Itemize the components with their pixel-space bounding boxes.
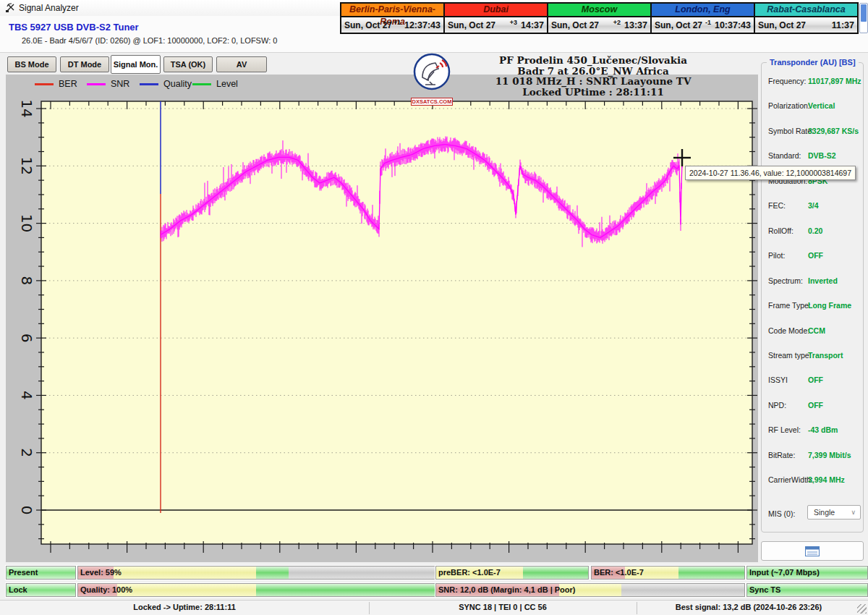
bar-segment-green	[256, 567, 288, 579]
transponder-row-value: Long Frame	[808, 301, 851, 310]
transponder-row-label: Spectrum:	[768, 276, 803, 285]
resize-grip[interactable]	[857, 604, 867, 614]
svg-text:4: 4	[18, 391, 35, 400]
legend-label: SNR	[111, 79, 129, 89]
statusbar-divider	[369, 602, 370, 614]
clock-utc-offset: +3	[510, 19, 517, 26]
bar-segment-green	[256, 584, 435, 596]
lock-indicator: Lock	[6, 583, 76, 597]
transponder-rows: Frequency:11017,897 MHzPolarization:Vert…	[764, 72, 862, 499]
signal-chart[interactable]: 02468101214	[6, 75, 758, 562]
preber-label: preBER: <1.0E-7	[438, 567, 501, 579]
clock-date: Sun, Oct 27	[655, 20, 702, 30]
chart-title-line4: Locked UPtime : 28:11:11	[470, 87, 716, 98]
ber-bar: BER: <1.0E-7	[591, 566, 745, 580]
clock-london: London, Eng Sun, Oct 27-110:37:43	[650, 2, 755, 34]
clock-city: Rabat-Casablanca	[755, 4, 857, 17]
quality-label: Quality: 100%	[80, 584, 132, 596]
chart-title-line3: 11 018 MHz_H : SNRT Laayoune TV	[470, 76, 716, 87]
statusbar-divider	[637, 602, 637, 614]
transponder-row-label: RF Level:	[768, 425, 801, 434]
signal-analyzer-window: { "window": {"title": "Signal Analyzer"}…	[0, 0, 868, 615]
transponder-row-label: Stream type:	[768, 351, 812, 360]
legend-item-level: Level	[192, 79, 238, 89]
transponder-row-label: Frame Type:	[768, 301, 811, 310]
transponder-title: Transponder (AU) [BS]	[767, 58, 859, 67]
tab-bs-mode[interactable]: BS Mode	[7, 56, 56, 72]
ts-stream-button[interactable]	[761, 541, 864, 561]
present-label: Present	[9, 567, 38, 579]
transponder-row-label: Polarization:	[768, 101, 810, 110]
transponder-row-label: BitRate:	[768, 451, 795, 459]
input-label: Input (~7,07 Mbps)	[749, 567, 820, 579]
snr-label: SNR: 12,0 dB (Margin: 4,1 dB | Poor)	[438, 584, 576, 596]
transponder-row: ISSYIOFF	[764, 376, 862, 386]
mis-dropdown[interactable]: Single∨	[807, 505, 861, 519]
clock-date: Sun, Oct 27	[758, 20, 806, 30]
mis-value: Single	[814, 508, 835, 517]
transponder-row-label: Pilot:	[768, 251, 785, 260]
transponder-row-label: CarrierWidth:	[768, 475, 813, 484]
chart-title: PF Prodelin 450_Lučenec/Slovakia Badr 7 …	[470, 55, 716, 97]
svg-text:2: 2	[18, 448, 35, 457]
transponder-row: Code Mode:CCM	[764, 326, 862, 336]
clock-city: Berlin-Paris-Vienna-Roma	[341, 4, 443, 17]
status-uptime: Locked -> Uptime: 28:11:11	[0, 603, 369, 611]
transponder-row-value: DVB-S2	[808, 151, 836, 160]
clock-city: Dubai	[445, 4, 547, 17]
quality-swatch	[140, 83, 158, 85]
chevron-down-icon: ∨	[851, 506, 856, 519]
clock-utc-offset: +1	[393, 19, 401, 26]
transponder-row: FEC:3/4	[764, 201, 862, 211]
chart-title-line2: Badr 7 at 26.0°E_NW Africa	[470, 66, 716, 77]
clock-time: 13:37	[624, 20, 647, 30]
bar-segment-green	[523, 567, 588, 579]
svg-text:14: 14	[18, 99, 35, 117]
transponder-row: BitRate:7,399 Mbit/s	[764, 451, 862, 461]
bar-segment-yellow	[117, 584, 256, 596]
transponder-row: RollOff:0.20	[764, 226, 862, 237]
clock-strip-handle[interactable]	[859, 3, 868, 33]
transponder-row: Standard:DVB-S2	[764, 151, 862, 161]
level-bar: Level: 59%	[77, 566, 435, 580]
legend-label: Quality	[163, 79, 192, 89]
tab-dt-mode[interactable]: DT Mode	[60, 56, 109, 72]
chart-panel: BER SNR Quality Level 02468101214	[6, 75, 758, 562]
bar-segment-yellow	[114, 567, 256, 579]
tab-tsa[interactable]: TSA (OK)	[163, 56, 213, 72]
present-indicator: Present	[6, 566, 76, 580]
bar-segment-gray	[621, 584, 744, 596]
level-swatch	[192, 83, 211, 85]
transponder-row-label: ISSYI	[768, 376, 788, 384]
statusbar: Locked -> Uptime: 28:11:11 SYNC 18 | TEI…	[0, 600, 868, 615]
transponder-row-value: OFF	[808, 251, 823, 260]
legend-label: BER	[59, 79, 77, 89]
tab-signal-mon[interactable]: Signal Mon.	[111, 55, 161, 74]
legend-label: Level	[216, 79, 238, 89]
legend-item-ber: BER	[35, 79, 77, 89]
cursor-value-tooltip: 2024-10-27 11.36.46, value: 12,100000381…	[685, 166, 856, 180]
transponder-row: Symbol Rate:3329,687 KS/s	[764, 127, 862, 137]
transponder-row-value: 3,994 MHz	[808, 475, 845, 484]
clock-date: Sun, Oct 27	[448, 20, 495, 30]
tuner-name: TBS 5927 USB DVB-S2 Tuner	[9, 22, 139, 33]
clock-time: 10:37:43	[715, 20, 751, 30]
status-best-signal: Best signal: 13,2 dB (2024-10-26 23:26)	[637, 603, 861, 611]
mis-label: MIS (0):	[768, 509, 795, 518]
transponder-row-value: OFF	[808, 401, 823, 410]
syncts-indicator: Sync TS	[746, 583, 868, 597]
clock-moscow: Moscow Sun, Oct 27+213:37	[547, 2, 652, 34]
bar-segment-gray	[289, 567, 435, 579]
transponder-row-value: CCM	[808, 326, 825, 335]
transponder-row-value: 11017,897 MHz	[808, 77, 861, 85]
transponder-row-label: RollOff:	[768, 226, 793, 235]
clock-time: 12:37:43	[404, 20, 441, 30]
legend-item-snr: SNR	[87, 79, 129, 89]
clock-time: 14:37	[521, 20, 544, 30]
transponder-row-value: 7,399 Mbit/s	[808, 451, 851, 459]
transponder-row: NPD:OFF	[764, 401, 862, 411]
transponder-row: Polarization:Vertical	[764, 101, 862, 111]
transponder-row-value: OFF	[808, 376, 823, 384]
status-sync-counts: SYNC 18 | TEI 0 | CC 56	[369, 603, 637, 611]
tab-av[interactable]: AV (Stopped)	[216, 56, 267, 72]
